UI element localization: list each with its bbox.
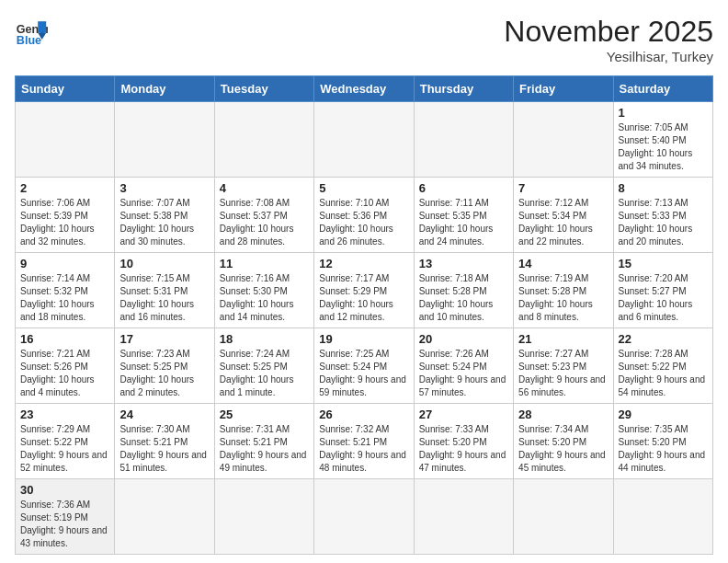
calendar-header-row: SundayMondayTuesdayWednesdayThursdayFrid… <box>16 76 713 102</box>
calendar-cell: 7Sunrise: 7:12 AM Sunset: 5:34 PM Daylig… <box>514 178 613 253</box>
calendar-cell: 8Sunrise: 7:13 AM Sunset: 5:33 PM Daylig… <box>613 178 712 253</box>
calendar-cell: 25Sunrise: 7:31 AM Sunset: 5:21 PM Dayli… <box>214 404 313 479</box>
calendar-cell: 4Sunrise: 7:08 AM Sunset: 5:37 PM Daylig… <box>214 178 313 253</box>
column-header-thursday: Thursday <box>414 76 513 102</box>
calendar-cell: 21Sunrise: 7:27 AM Sunset: 5:23 PM Dayli… <box>514 328 613 404</box>
calendar-cell: 13Sunrise: 7:18 AM Sunset: 5:28 PM Dayli… <box>414 253 513 328</box>
day-info: Sunrise: 7:15 AM Sunset: 5:31 PM Dayligh… <box>119 272 209 324</box>
calendar-cell: 12Sunrise: 7:17 AM Sunset: 5:29 PM Dayli… <box>314 253 414 328</box>
calendar-cell: 14Sunrise: 7:19 AM Sunset: 5:28 PM Dayli… <box>514 253 613 328</box>
calendar-cell: 28Sunrise: 7:34 AM Sunset: 5:20 PM Dayli… <box>514 404 613 479</box>
calendar-cell <box>414 479 513 555</box>
calendar-cell: 1Sunrise: 7:05 AM Sunset: 5:40 PM Daylig… <box>613 102 712 178</box>
day-info: Sunrise: 7:29 AM Sunset: 5:22 PM Dayligh… <box>20 423 109 475</box>
calendar-table: SundayMondayTuesdayWednesdayThursdayFrid… <box>15 75 713 555</box>
calendar-cell: 3Sunrise: 7:07 AM Sunset: 5:38 PM Daylig… <box>115 178 214 253</box>
day-number: 17 <box>119 332 209 346</box>
day-number: 8 <box>619 181 708 195</box>
calendar-cell: 5Sunrise: 7:10 AM Sunset: 5:36 PM Daylig… <box>314 178 414 253</box>
calendar-cell: 11Sunrise: 7:16 AM Sunset: 5:30 PM Dayli… <box>214 253 313 328</box>
day-info: Sunrise: 7:10 AM Sunset: 5:36 PM Dayligh… <box>319 197 408 248</box>
day-info: Sunrise: 7:20 AM Sunset: 5:27 PM Dayligh… <box>619 272 708 324</box>
day-number: 11 <box>220 257 309 270</box>
day-number: 18 <box>220 332 309 346</box>
calendar-cell <box>16 102 115 178</box>
calendar-week-row: 16Sunrise: 7:21 AM Sunset: 5:26 PM Dayli… <box>16 328 713 404</box>
calendar-cell <box>414 102 513 178</box>
day-number: 22 <box>619 332 708 346</box>
calendar-cell <box>115 102 214 178</box>
day-info: Sunrise: 7:33 AM Sunset: 5:20 PM Dayligh… <box>419 423 508 475</box>
calendar-cell: 10Sunrise: 7:15 AM Sunset: 5:31 PM Dayli… <box>115 253 214 328</box>
calendar-cell: 6Sunrise: 7:11 AM Sunset: 5:35 PM Daylig… <box>414 178 513 253</box>
calendar-cell: 17Sunrise: 7:23 AM Sunset: 5:25 PM Dayli… <box>115 328 214 404</box>
day-number: 27 <box>419 408 508 421</box>
calendar-week-row: 23Sunrise: 7:29 AM Sunset: 5:22 PM Dayli… <box>16 404 713 479</box>
day-number: 6 <box>419 181 508 195</box>
day-info: Sunrise: 7:31 AM Sunset: 5:21 PM Dayligh… <box>220 423 309 475</box>
day-number: 4 <box>220 181 309 195</box>
day-info: Sunrise: 7:25 AM Sunset: 5:24 PM Dayligh… <box>319 348 408 399</box>
day-number: 30 <box>20 483 109 497</box>
day-info: Sunrise: 7:32 AM Sunset: 5:21 PM Dayligh… <box>319 423 408 475</box>
calendar-cell: 2Sunrise: 7:06 AM Sunset: 5:39 PM Daylig… <box>16 178 115 253</box>
day-info: Sunrise: 7:12 AM Sunset: 5:34 PM Dayligh… <box>518 197 608 248</box>
calendar-week-row: 1Sunrise: 7:05 AM Sunset: 5:40 PM Daylig… <box>16 102 713 178</box>
month-title: November 2025 <box>504 15 713 49</box>
calendar-cell <box>514 479 613 555</box>
day-info: Sunrise: 7:27 AM Sunset: 5:23 PM Dayligh… <box>518 348 608 399</box>
day-number: 21 <box>518 332 608 346</box>
day-info: Sunrise: 7:26 AM Sunset: 5:24 PM Dayligh… <box>419 348 508 399</box>
column-header-wednesday: Wednesday <box>314 76 414 102</box>
calendar-cell: 24Sunrise: 7:30 AM Sunset: 5:21 PM Dayli… <box>115 404 214 479</box>
day-info: Sunrise: 7:14 AM Sunset: 5:32 PM Dayligh… <box>20 272 109 324</box>
day-number: 14 <box>518 257 608 270</box>
calendar-cell <box>214 102 313 178</box>
calendar-cell: 18Sunrise: 7:24 AM Sunset: 5:25 PM Dayli… <box>214 328 313 404</box>
day-number: 2 <box>20 181 109 195</box>
day-number: 23 <box>20 408 109 421</box>
day-info: Sunrise: 7:08 AM Sunset: 5:37 PM Dayligh… <box>220 197 309 248</box>
calendar-cell: 9Sunrise: 7:14 AM Sunset: 5:32 PM Daylig… <box>16 253 115 328</box>
day-info: Sunrise: 7:16 AM Sunset: 5:30 PM Dayligh… <box>220 272 309 324</box>
calendar-cell: 26Sunrise: 7:32 AM Sunset: 5:21 PM Dayli… <box>314 404 414 479</box>
calendar-cell: 19Sunrise: 7:25 AM Sunset: 5:24 PM Dayli… <box>314 328 414 404</box>
day-info: Sunrise: 7:23 AM Sunset: 5:25 PM Dayligh… <box>119 348 209 399</box>
logo: General Blue <box>15 15 48 48</box>
day-info: Sunrise: 7:28 AM Sunset: 5:22 PM Dayligh… <box>619 348 708 399</box>
calendar-cell: 29Sunrise: 7:35 AM Sunset: 5:20 PM Dayli… <box>613 404 712 479</box>
day-number: 19 <box>319 332 408 346</box>
calendar-cell: 15Sunrise: 7:20 AM Sunset: 5:27 PM Dayli… <box>613 253 712 328</box>
day-info: Sunrise: 7:36 AM Sunset: 5:19 PM Dayligh… <box>20 499 109 550</box>
calendar-cell: 22Sunrise: 7:28 AM Sunset: 5:22 PM Dayli… <box>613 328 712 404</box>
day-number: 3 <box>119 181 209 195</box>
calendar-cell: 20Sunrise: 7:26 AM Sunset: 5:24 PM Dayli… <box>414 328 513 404</box>
calendar-cell <box>214 479 313 555</box>
title-block: November 2025 Yesilhisar, Turkey <box>504 15 713 64</box>
day-number: 29 <box>619 408 708 421</box>
column-header-friday: Friday <box>514 76 613 102</box>
svg-marker-2 <box>38 21 46 33</box>
calendar-cell <box>613 479 712 555</box>
calendar-cell <box>314 479 414 555</box>
svg-text:Blue: Blue <box>17 34 41 47</box>
day-number: 7 <box>518 181 608 195</box>
day-info: Sunrise: 7:21 AM Sunset: 5:26 PM Dayligh… <box>20 348 109 399</box>
day-info: Sunrise: 7:24 AM Sunset: 5:25 PM Dayligh… <box>220 348 309 399</box>
day-number: 16 <box>20 332 109 346</box>
calendar-week-row: 9Sunrise: 7:14 AM Sunset: 5:32 PM Daylig… <box>16 253 713 328</box>
column-header-monday: Monday <box>115 76 214 102</box>
day-info: Sunrise: 7:34 AM Sunset: 5:20 PM Dayligh… <box>518 423 608 475</box>
calendar-cell <box>115 479 214 555</box>
day-number: 15 <box>619 257 708 270</box>
day-info: Sunrise: 7:19 AM Sunset: 5:28 PM Dayligh… <box>518 272 608 324</box>
day-info: Sunrise: 7:35 AM Sunset: 5:20 PM Dayligh… <box>619 423 708 475</box>
day-number: 9 <box>20 257 109 270</box>
calendar-cell: 23Sunrise: 7:29 AM Sunset: 5:22 PM Dayli… <box>16 404 115 479</box>
calendar-cell: 16Sunrise: 7:21 AM Sunset: 5:26 PM Dayli… <box>16 328 115 404</box>
location-subtitle: Yesilhisar, Turkey <box>504 49 713 64</box>
day-number: 24 <box>119 408 209 421</box>
day-number: 12 <box>319 257 408 270</box>
calendar-cell: 27Sunrise: 7:33 AM Sunset: 5:20 PM Dayli… <box>414 404 513 479</box>
calendar-week-row: 2Sunrise: 7:06 AM Sunset: 5:39 PM Daylig… <box>16 178 713 253</box>
